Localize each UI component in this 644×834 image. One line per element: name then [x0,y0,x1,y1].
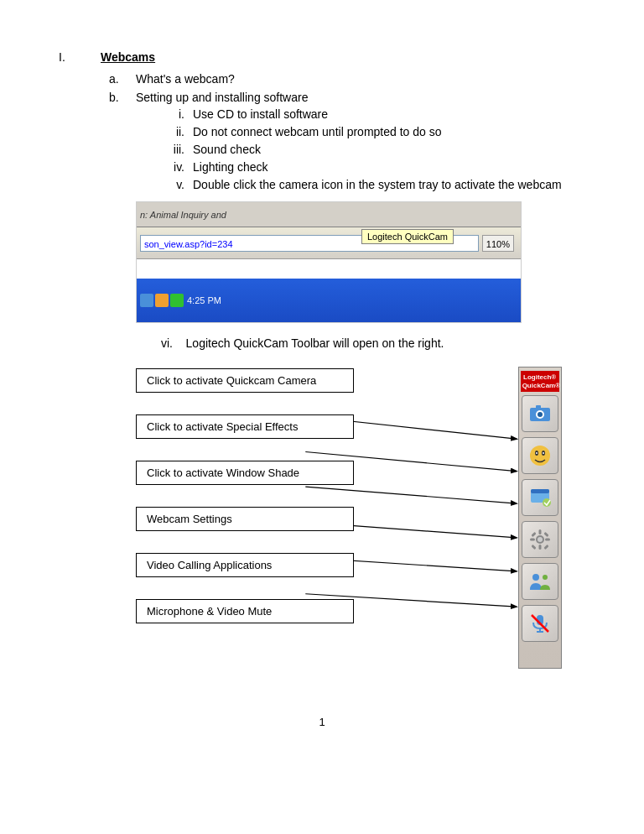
label-box-2: Click to activate Special Effects [136,414,354,439]
toolbar-btn-settings [522,521,558,558]
roman-label-ii: ii. [161,125,184,138]
screenshot-container: n: Animal Inquiry and son_view.asp?id=23… [136,201,522,323]
sub-item-a: a. What's a webcam? [109,72,585,86]
effects-icon [528,444,552,467]
video-calling-icon [528,570,552,593]
taskbar: 4:25 PM [137,279,521,322]
toolbar-header-line2: QuickCam® [522,382,558,390]
svg-rect-16 [531,489,549,493]
roman-list: i. Use CD to install software ii. Do not… [161,107,562,191]
toolbar-header: Logitech® QuickCam® [521,371,559,392]
svg-rect-20 [538,529,541,534]
label-text-1: Click to activate Quickcam Camera [147,374,316,387]
settings-icon [527,527,553,552]
sub-item-b: b. Setting up and installing software i.… [109,91,585,685]
svg-point-29 [543,575,548,580]
toolbar-btn-effects [522,437,558,474]
clock: 4:25 PM [187,295,221,305]
svg-point-28 [532,574,539,581]
label-text-2: Click to activate Special Effects [147,420,298,433]
browser-page-area [137,259,521,279]
label-box-3: Click to activate Window Shade [136,461,354,485]
tray-icon-3 [170,294,184,307]
taskbar-icons [140,294,184,307]
svg-rect-21 [538,545,541,550]
svg-rect-25 [543,532,548,537]
mute-icon [528,612,552,635]
sub-text-a: What's a webcam? [136,72,235,86]
toolbar-header-line1: Logitech® [522,373,558,382]
svg-point-14 [543,452,544,454]
browser-tab-text: n: Animal Inquiry and [140,210,226,220]
roman-text-i: Use CD to install software [193,107,328,121]
screenshot-inner: n: Animal Inquiry and son_view.asp?id=23… [137,202,521,322]
roman-item-ii: ii. Do not connect webcam until prompted… [161,125,562,138]
browser-tab: n: Animal Inquiry and [137,202,521,227]
tray-icon-1 [140,294,153,307]
roman-label-iii: iii. [161,143,184,156]
section-content: Webcams a. What's a webcam? b. Setting u… [101,50,585,691]
toolbar-sidebar: Logitech® QuickCam® [518,367,562,669]
svg-rect-9 [536,405,541,409]
toolbar-btn-mute [522,605,558,642]
diagram-container: Click to activate Quickcam Camera Click … [136,367,562,685]
page-content: I. Webcams a. What's a webcam? b. Settin… [59,50,585,728]
roman-text-iv: Lighting check [193,160,268,174]
label-box-4: Webcam Settings [136,507,354,531]
vi-label: vi. [161,336,183,350]
roman-text-v: Double click the camera icon in the syst… [193,178,562,191]
main-list: I. Webcams a. What's a webcam? b. Settin… [59,50,585,691]
toolbar-btn-camera [522,395,558,432]
sub-list-a: a. What's a webcam? b. Setting up and in… [109,72,585,685]
section-number: I. [59,50,84,691]
camera-icon [528,402,552,425]
toolbar-btn-video [522,563,558,600]
roman-item-iii: iii. Sound check [161,143,562,156]
page-number-text: 1 [319,716,325,728]
sub-content-b: Setting up and installing software i. Us… [136,91,562,685]
svg-rect-26 [531,545,536,550]
section-title: Webcams [101,50,585,64]
sub-label-a: a. [109,72,126,86]
svg-rect-24 [531,532,536,537]
main-item: I. Webcams a. What's a webcam? b. Settin… [59,50,585,691]
sub-label-b: b. [109,91,126,685]
vi-note: vi. Logitech QuickCam Toolbar will open … [161,336,562,350]
svg-rect-27 [543,545,548,550]
svg-point-19 [538,537,543,542]
roman-label-iv: iv. [161,160,184,174]
label-box-5: Video Calling Applications [136,553,354,577]
zoom-area: 110% [482,235,514,252]
address-text: son_view.asp?id=234 [144,239,233,249]
vi-text-content: Logitech QuickCam Toolbar will open on t… [186,336,444,350]
svg-point-13 [536,452,538,454]
svg-point-8 [538,412,543,417]
label-box-6: Microphone & Video Mute [136,599,354,623]
svg-line-2 [305,487,517,503]
roman-item-i: i. Use CD to install software [161,107,562,121]
roman-label-v: v. [161,178,184,191]
toolbar-bar: son_view.asp?id=234 110% [137,227,521,259]
page-number: 1 [59,716,585,728]
svg-rect-23 [545,539,550,541]
svg-rect-22 [530,539,535,541]
roman-label-i: i. [161,107,184,121]
roman-item-iv: iv. Lighting check [161,160,562,174]
label-text-3: Click to activate Window Shade [147,467,299,479]
tooltip-bubble: Logitech QuickCam [361,229,454,244]
toolbar-btn-shade [522,479,558,516]
roman-text-ii: Do not connect webcam until prompted to … [193,125,442,138]
shade-icon [528,486,552,509]
label-text-5: Video Calling Applications [147,559,272,571]
roman-text-iii: Sound check [193,143,261,156]
svg-point-10 [530,446,550,466]
sub-text-b: Setting up and installing software [136,91,308,104]
zoom-text: 110% [486,239,510,249]
tooltip-text: Logitech QuickCam [367,232,448,242]
label-text-4: Webcam Settings [147,513,232,525]
roman-item-v: v. Double click the camera icon in the s… [161,178,562,191]
label-text-6: Microphone & Video Mute [147,605,272,618]
label-box-1: Click to activate Quickcam Camera [136,368,354,393]
tray-icon-2 [155,294,169,307]
